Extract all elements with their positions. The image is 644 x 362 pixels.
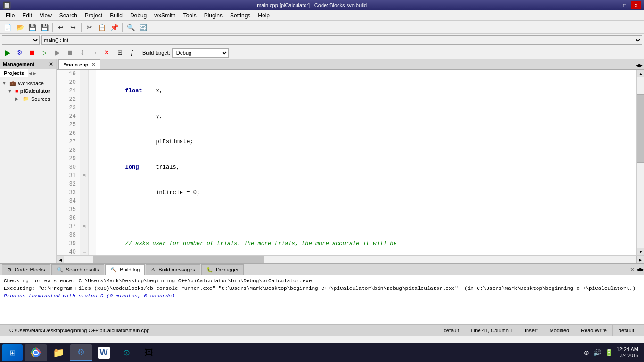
taskbar-files[interactable]: 📁: [47, 344, 70, 361]
taskbar-photos[interactable]: 🖼: [138, 344, 160, 361]
taskbar-chrome[interactable]: [25, 344, 47, 361]
extra-btn2[interactable]: ƒ: [126, 47, 138, 58]
tray-datetime[interactable]: 12:24 AM 3/4/2015: [617, 346, 638, 359]
taskbar-word[interactable]: W: [92, 344, 115, 361]
scroll-up-button[interactable]: ▲: [637, 70, 644, 77]
tree-item-picalculator[interactable]: ▼ ■ piCalculator: [0, 87, 56, 95]
maximize-button[interactable]: □: [619, 1, 630, 9]
minimize-button[interactable]: –: [608, 1, 619, 9]
debug-stop-button[interactable]: ⏹: [64, 47, 75, 58]
horizontal-scrollbar[interactable]: ◀ ▶: [57, 255, 644, 263]
close-button[interactable]: ✕: [631, 1, 641, 9]
sidebar-nav-prev[interactable]: ◀: [28, 71, 32, 76]
bottom-tab-build-messages[interactable]: ⚠ Build messages: [146, 264, 200, 275]
open-button[interactable]: 📂: [14, 22, 25, 33]
scroll-thumb[interactable]: [637, 94, 644, 163]
window-title: *main.cpp [piCalculator] - Code::Blocks …: [14, 2, 608, 8]
debug-next-button[interactable]: →: [89, 47, 100, 58]
bottom-nav-next[interactable]: ▶: [640, 267, 644, 272]
bottom-tab-build-log[interactable]: 🔨 Build log: [105, 264, 145, 275]
status-bar: C:\Users\Mark\Desktop\beginning C++\piCa…: [0, 324, 644, 336]
debug-start-button[interactable]: ▶: [52, 47, 63, 58]
taskbar-codeblocks[interactable]: ⚙: [70, 344, 92, 361]
vertical-scrollbar[interactable]: ▲ ▼: [636, 70, 644, 255]
marker-36: [89, 214, 96, 222]
menu-build[interactable]: Build: [106, 11, 126, 20]
redo-button[interactable]: ↪: [67, 22, 79, 33]
build-target-selector[interactable]: Debug: [172, 48, 229, 58]
editor-tab-label: *main.cpp: [64, 62, 89, 67]
debug-step-button[interactable]: ⤵: [76, 47, 88, 58]
tree-item-workspace[interactable]: ▼ 💼 Workspace: [0, 79, 56, 87]
replace-button[interactable]: 🔄: [137, 22, 149, 33]
start-button[interactable]: ⊞: [2, 344, 23, 361]
cut-button[interactable]: ✂: [84, 22, 95, 33]
menu-search[interactable]: Search: [56, 11, 81, 20]
marker-21: [89, 87, 96, 95]
svg-point-2: [34, 351, 38, 354]
system-tray: ⊕ 🔊 🔋 12:24 AM 3/4/2015: [580, 346, 642, 359]
stop-button[interactable]: ⏹: [26, 47, 38, 58]
code-editor[interactable]: 19 20 21 22 23 24 25 26 27 28 29 30 31 3…: [57, 70, 636, 255]
taskbar-arduino[interactable]: ⊙: [115, 344, 138, 361]
marker-27: [89, 138, 96, 146]
build-button[interactable]: ⚙: [14, 47, 25, 58]
line-numbers: 19 20 21 22 23 24 25 26 27 28 29 30 31 3…: [57, 70, 80, 255]
scroll-down-button[interactable]: ▼: [637, 248, 644, 255]
editor-tab-close[interactable]: ✕: [91, 62, 95, 67]
find-button[interactable]: 🔍: [125, 22, 136, 33]
log-line-3: Process terminated with status 0 (0 minu…: [4, 292, 640, 300]
menu-edit[interactable]: Edit: [18, 11, 36, 20]
buildlog-tab-icon: 🔨: [110, 267, 117, 273]
menu-help[interactable]: Help: [254, 11, 273, 20]
scroll-left-button[interactable]: ◀: [57, 256, 64, 263]
separator3: [122, 23, 123, 32]
fold-31[interactable]: ⊟: [80, 172, 88, 180]
title-bar: 🔲 *main.cpp [piCalculator] - Code::Block…: [0, 0, 644, 10]
code-line-20: y,: [98, 112, 635, 121]
code-content[interactable]: float x, y, piEstimate; long trials, inC…: [96, 70, 636, 255]
files-icon: 📁: [53, 347, 65, 358]
menu-plugins[interactable]: Plugins: [200, 11, 226, 20]
sidebar-tab-projects[interactable]: Projects: [0, 69, 28, 77]
bottom-nav-prev[interactable]: ◀: [636, 267, 640, 272]
extra-btn1[interactable]: ⊞: [114, 47, 125, 58]
run-button[interactable]: ▷: [39, 47, 50, 58]
copy-button[interactable]: 📋: [96, 22, 107, 33]
menu-tools[interactable]: Tools: [180, 11, 200, 20]
picalculator-label: piCalculator: [20, 88, 50, 94]
menu-project[interactable]: Project: [81, 11, 106, 20]
bottom-tab-debugger[interactable]: 🐛 Debugger: [201, 264, 244, 275]
horiz-scroll-thumb[interactable]: [93, 256, 264, 263]
sidebar: Management ✕ Projects ◀ ▶ ▼ 💼 Workspace …: [0, 59, 57, 263]
sidebar-nav: ◀ ▶: [28, 69, 37, 77]
bottom-tab-search-results[interactable]: 🔍 Search results: [51, 264, 104, 275]
tray-battery-icon: 🔋: [605, 349, 613, 356]
tree-item-sources[interactable]: ▶ 📁 Sources: [0, 95, 56, 103]
debug-x-button[interactable]: ✕: [101, 47, 112, 58]
paste-button[interactable]: 📌: [108, 22, 120, 33]
scroll-right-button[interactable]: ▶: [636, 256, 644, 263]
menu-debug[interactable]: Debug: [126, 11, 150, 20]
save-button[interactable]: 💾: [26, 22, 38, 33]
menu-wxsmith[interactable]: wxSmith: [150, 11, 179, 20]
editor-tab-main-cpp[interactable]: *main.cpp ✕: [58, 59, 100, 69]
tab-nav-next[interactable]: ▶: [639, 63, 643, 68]
codeblocks-icon: ⚙: [77, 347, 85, 357]
menu-file[interactable]: File: [2, 11, 18, 20]
sidebar-close-button[interactable]: ✕: [49, 61, 53, 67]
fold-37[interactable]: ⊟: [80, 222, 88, 231]
function-selector[interactable]: main() : int: [41, 35, 642, 45]
menu-view[interactable]: View: [36, 11, 56, 20]
tab-nav-prev[interactable]: ◀: [636, 63, 639, 68]
bottom-tab-codeblocks[interactable]: ⚙ Code::Blocks: [2, 264, 50, 275]
save-all-button[interactable]: 💾: [39, 22, 50, 33]
undo-button[interactable]: ↩: [55, 22, 66, 33]
sidebar-nav-next[interactable]: ▶: [33, 71, 37, 76]
build-run-button[interactable]: ▶: [2, 47, 13, 58]
scope-selector[interactable]: [2, 35, 40, 45]
new-button[interactable]: 📄: [2, 22, 13, 33]
menu-settings[interactable]: Settings: [226, 11, 254, 20]
build-target-label: Build target:: [142, 50, 170, 56]
bottom-panel-close[interactable]: ✕: [630, 266, 635, 273]
